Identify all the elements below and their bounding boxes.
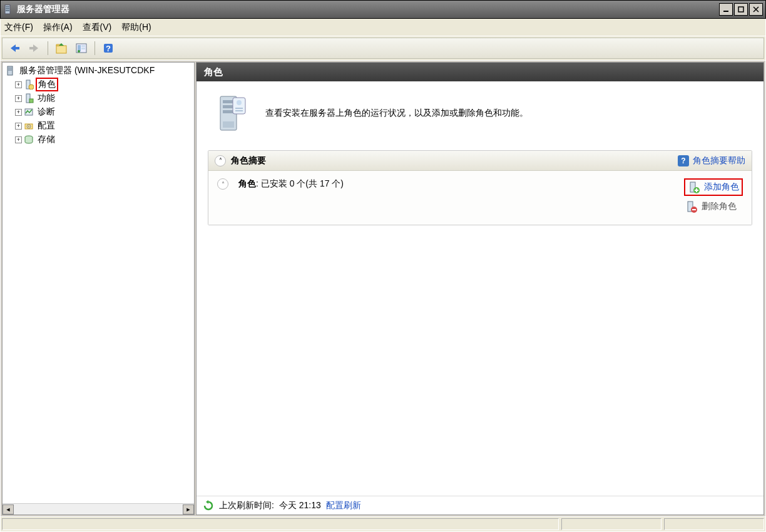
remove-role-link[interactable]: 删除角色	[702, 201, 737, 212]
svg-rect-1	[6, 6, 9, 8]
tree-item-configuration-label: 配置	[36, 120, 57, 132]
tree-item-configuration[interactable]: + 配置	[4, 119, 194, 133]
maximize-button[interactable]	[734, 3, 748, 16]
remove-role-icon	[684, 200, 698, 213]
collapse-icon[interactable]: ˄	[217, 178, 228, 190]
close-button[interactable]	[749, 3, 763, 16]
features-icon	[23, 93, 34, 104]
section-title: 角色摘要	[231, 155, 266, 166]
expand-icon[interactable]: +	[15, 109, 22, 116]
toolbar-container: ?	[0, 36, 766, 61]
tree-item-diagnostics-label: 诊断	[36, 106, 57, 118]
svg-rect-2	[6, 8, 9, 9]
svg-rect-18	[8, 69, 12, 71]
configure-refresh-link[interactable]: 配置刷新	[326, 500, 361, 511]
svg-rect-11	[81, 45, 85, 47]
svg-rect-31	[223, 110, 234, 113]
svg-rect-7	[29, 47, 34, 49]
toolbar-separator	[48, 41, 48, 55]
tree-item-features-label: 功能	[36, 92, 57, 105]
expand-icon[interactable]: +	[15, 81, 22, 88]
tree[interactable]: 服务器管理器 (WIN-JKESUTCDKF + 角色 + 功能 +	[3, 63, 194, 503]
expand-icon[interactable]: +	[15, 123, 22, 130]
collapse-icon[interactable]: ˄	[215, 155, 226, 166]
tree-item-roles-label: 角色	[36, 78, 58, 91]
toolbar: ?	[2, 38, 764, 59]
svg-rect-17	[8, 68, 12, 69]
tree-pane: 服务器管理器 (WIN-JKESUTCDKF + 角色 + 功能 +	[2, 62, 195, 515]
status-cell	[2, 518, 559, 530]
tree-root-label: 服务器管理器 (WIN-JKESUTCDKF	[18, 64, 156, 77]
remove-role-row: 删除角色	[684, 200, 743, 213]
storage-icon	[23, 134, 34, 145]
svg-rect-5	[738, 7, 743, 12]
last-refresh-label: 上次刷新时间:	[219, 500, 274, 511]
refresh-icon	[203, 500, 214, 511]
back-button[interactable]	[6, 40, 23, 56]
menu-action[interactable]: 操作(A)	[43, 22, 73, 33]
svg-rect-36	[235, 110, 243, 111]
toolbar-separator	[94, 41, 95, 55]
content-body: 查看安装在服务器上角色的运行状况，以及添加或删除角色和功能。 ˄ 角色摘要 ? …	[197, 81, 763, 496]
add-role-highlight: 添加角色	[684, 178, 743, 196]
roles-icon	[23, 79, 34, 90]
forward-button[interactable]	[26, 40, 43, 56]
svg-rect-12	[81, 48, 85, 49]
intro-text: 查看安装在服务器上角色的运行状况，以及添加或删除角色和功能。	[265, 108, 528, 119]
content-header: 角色	[197, 63, 763, 81]
svg-rect-32	[223, 121, 234, 128]
menu-help[interactable]: 帮助(H)	[121, 22, 151, 33]
roles-label: 角色	[238, 178, 256, 188]
window-status-bar	[0, 517, 766, 532]
svg-point-34	[237, 100, 242, 105]
help-icon: ?	[678, 155, 689, 166]
menu-bar: 文件(F) 操作(A) 查看(V) 帮助(H)	[0, 19, 766, 36]
add-role-link[interactable]: 添加角色	[704, 182, 739, 193]
svg-rect-30	[223, 105, 234, 108]
server-manager-icon	[5, 65, 16, 76]
help-button[interactable]: ?	[100, 40, 116, 56]
tree-horizontal-scrollbar[interactable]: ◄ ►	[3, 503, 194, 514]
section-body: ˄ 角色: 已安装 0 个(共 17 个) 添加角色	[208, 171, 752, 225]
svg-rect-4	[723, 11, 728, 12]
roles-installed-count: 已安装 0 个(共 17 个)	[261, 178, 344, 188]
scroll-left-button[interactable]: ◄	[3, 504, 14, 514]
roles-status-row: ˄ 角色: 已安装 0 个(共 17 个)	[217, 178, 344, 190]
svg-rect-6	[14, 47, 19, 49]
section-header[interactable]: ˄ 角色摘要 ? 角色摘要帮助	[208, 151, 752, 171]
svg-point-20	[29, 84, 34, 90]
expand-icon[interactable]: +	[15, 95, 22, 102]
up-button[interactable]	[53, 40, 69, 56]
expand-icon[interactable]: +	[15, 136, 22, 143]
roles-summary-help-link[interactable]: 角色摘要帮助	[693, 155, 745, 166]
svg-rect-3	[6, 10, 9, 11]
menu-file[interactable]: 文件(F)	[4, 22, 33, 33]
svg-rect-8	[56, 46, 66, 53]
configuration-icon	[23, 120, 34, 131]
tree-item-storage[interactable]: + 存储	[4, 133, 194, 146]
svg-rect-22	[29, 99, 33, 103]
last-refresh-value: 今天 21:13	[279, 500, 321, 511]
content-title: 角色	[204, 66, 223, 78]
tree-item-diagnostics[interactable]: + 诊断	[4, 105, 194, 119]
svg-point-26	[28, 126, 29, 127]
status-cell	[561, 518, 661, 530]
minimize-button[interactable]	[719, 3, 733, 16]
intro-section: 查看安装在服务器上角色的运行状况，以及添加或删除角色和功能。	[197, 81, 763, 150]
properties-button[interactable]	[73, 40, 89, 56]
menu-view[interactable]: 查看(V)	[83, 22, 112, 33]
title-bar: 服务器管理器	[0, 0, 766, 19]
svg-rect-35	[235, 108, 243, 109]
app-icon	[3, 4, 13, 14]
tree-item-features[interactable]: + 功能	[4, 91, 194, 105]
scroll-right-button[interactable]: ►	[183, 504, 194, 514]
tree-root[interactable]: 服务器管理器 (WIN-JKESUTCDKF	[4, 64, 194, 78]
window-title: 服务器管理器	[17, 4, 69, 15]
add-role-icon	[687, 180, 700, 194]
roles-actions: 添加角色 删除角色	[684, 178, 743, 213]
content-pane: 角色	[196, 62, 764, 515]
status-cell	[664, 518, 764, 530]
tree-item-roles[interactable]: + 角色	[4, 78, 194, 91]
svg-text:?: ?	[106, 44, 111, 53]
diagnostics-icon	[23, 106, 34, 118]
